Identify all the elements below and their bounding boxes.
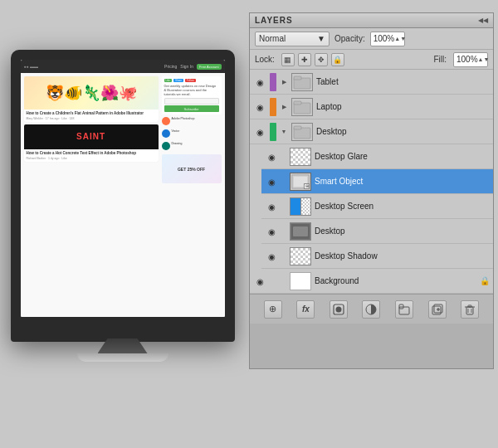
layer-effects-icon[interactable]: fx (296, 300, 315, 319)
lock-image-btn[interactable]: ✚ (298, 53, 311, 66)
sidebar-item-photoshop: Adobe Photoshop (162, 117, 222, 125)
site-navbar: ●● ▬▬ Pricing Sign In Free Account (21, 60, 225, 73)
eye-desktop-shadow[interactable] (265, 250, 278, 263)
svg-rect-5 (294, 126, 301, 129)
monitor-screen: ●● ▬▬ Pricing Sign In Free Account 🐯🐠🦎🌺🐙 (21, 60, 225, 317)
adjustments-icon[interactable] (362, 300, 380, 319)
blend-mode-select[interactable]: Normal ▼ (255, 32, 330, 46)
layer-laptop[interactable]: Laptop (250, 95, 493, 119)
panel-title: LAYERS (255, 16, 293, 25)
site-main: 🐯🐠🦎🌺🐙 How to Create a Children's Flat An… (24, 76, 159, 314)
name-wrap-desktop-glare: Desktop Glare (315, 152, 490, 161)
thumb-desktop-glare (290, 148, 311, 166)
article-image-1: 🐯🐠🦎🌺🐙 (24, 76, 159, 110)
layer-desktop-group[interactable]: Desktop (250, 119, 493, 144)
article-text-saint: How to Create a Hot Concrete Text Effect… (24, 149, 159, 162)
eye-background[interactable] (253, 275, 266, 288)
nav-free-btn[interactable]: Free Account (197, 64, 222, 70)
eye-smart-object[interactable] (265, 175, 278, 188)
arrow-tablet[interactable] (280, 75, 288, 89)
thumb-desktop-shadow (290, 247, 311, 265)
new-layer-icon[interactable] (428, 300, 447, 319)
layer-background[interactable]: Background 🔒 (250, 269, 493, 294)
add-mask-icon[interactable] (330, 300, 348, 319)
panel-titlebar: LAYERS ◀◀ (250, 13, 493, 28)
nav-pricing: Pricing (164, 64, 177, 69)
monitor-base (77, 353, 168, 362)
blend-mode-arrow: ▼ (317, 34, 325, 43)
name-wrap-smart-object: Smart Object (315, 177, 490, 186)
layers-list: Tablet Laptop (250, 70, 493, 294)
screen-content: ●● ▬▬ Pricing Sign In Free Account 🐯🐠🦎🌺🐙 (21, 60, 225, 317)
layer-name-background: Background (315, 276, 476, 285)
layers-panel: LAYERS ◀◀ Normal ▼ Opacity: 100% ▲▼ Lock… (249, 12, 494, 369)
svg-point-12 (335, 306, 341, 312)
avatar-photoshop (162, 117, 170, 125)
sidebar-ad: GET 25% OFF (162, 154, 222, 183)
name-wrap-desktop-group: Desktop (316, 127, 490, 136)
svg-rect-3 (294, 101, 301, 105)
arrow-laptop[interactable] (280, 100, 288, 114)
color-desktop-group (270, 123, 276, 141)
opacity-input[interactable]: 100% ▲▼ (370, 32, 405, 46)
eye-laptop[interactable] (253, 100, 266, 114)
eye-desktop-glare[interactable] (265, 150, 278, 163)
monitor-area: ●● ▬▬ Pricing Sign In Free Account 🐯🐠🦎🌺🐙 (0, 0, 245, 448)
svg-rect-22 (468, 305, 471, 307)
saint-image: SAINT (24, 124, 159, 149)
panel-bottom-toolbar: ⊕ fx (250, 294, 493, 324)
eye-desktop-group[interactable] (253, 125, 266, 139)
thumb-smart-object: ⊞ (290, 173, 311, 191)
article-meta-1: Mary Winkler · 17 hrs ago · Like · 148 (27, 117, 156, 120)
svg-rect-10 (293, 226, 308, 236)
article-card-1: 🐯🐠🦎🌺🐙 How to Create a Children's Flat An… (24, 76, 159, 122)
blend-mode-row: Normal ▼ Opacity: 100% ▲▼ (250, 28, 493, 50)
opacity-label: Opacity: (334, 34, 365, 43)
badge-follow: Follow (185, 79, 196, 82)
name-wrap-laptop: Laptop (316, 102, 490, 111)
sidebar-subscribe-btn[interactable]: Subscribe (164, 105, 219, 112)
thumb-desktop-layer (290, 222, 311, 241)
layer-name-desktop-screen: Desktop Screen (315, 202, 490, 211)
group-layers-icon[interactable] (395, 300, 413, 319)
eye-tablet[interactable] (253, 75, 266, 89)
blend-mode-value: Normal (259, 34, 286, 43)
sidebar-badges: Like Share Follow (164, 79, 219, 82)
thumb-desktop-group (291, 123, 313, 141)
article-text-1: How to Create a Children's Flat Animal P… (24, 110, 159, 122)
thumb-screen-right (301, 198, 310, 215)
layer-tablet[interactable]: Tablet (250, 70, 493, 95)
lock-position-btn[interactable]: ✥ (315, 53, 328, 66)
thumb-tablet (291, 73, 313, 91)
arrow-desktop-group[interactable] (280, 125, 288, 139)
lock-pixels-btn[interactable]: ▦ (281, 53, 295, 66)
name-wrap-background: Background (315, 276, 476, 285)
badge-share: Share (173, 79, 183, 82)
layer-desktop-screen[interactable]: Desktop Screen (261, 194, 493, 219)
avatar-drawing (162, 142, 170, 150)
lock-row: Lock: ▦ ✚ ✥ 🔒 Fill: 100% ▲▼ (250, 50, 493, 70)
eye-desktop-layer[interactable] (265, 225, 278, 238)
eye-desktop-screen[interactable] (265, 200, 278, 213)
sidebar-email-input[interactable] (164, 98, 219, 105)
background-lock-icon: 🔒 (480, 276, 490, 285)
lock-all-btn[interactable]: 🔒 (331, 53, 344, 66)
thumb-desktop-screen (290, 197, 311, 216)
layer-smart-object[interactable]: ⊞ Smart Object (261, 169, 493, 194)
panel-collapse-btn[interactable]: ◀◀ (478, 17, 488, 24)
thumb-laptop (291, 98, 313, 116)
layer-name-desktop-shadow: Desktop Shadow (315, 251, 490, 261)
fill-input[interactable]: 100% ▲▼ (453, 52, 488, 67)
layer-desktop-shadow[interactable]: Desktop Shadow (261, 244, 493, 269)
name-wrap-desktop-screen: Desktop Screen (315, 202, 490, 211)
layer-name-laptop: Laptop (316, 102, 490, 111)
link-layers-icon[interactable]: ⊕ (264, 300, 282, 319)
thumb-screen-left (290, 198, 300, 215)
layer-name-desktop-glare: Desktop Glare (315, 152, 490, 161)
layer-desktop-glare[interactable]: Desktop Glare (261, 144, 493, 169)
delete-layer-icon[interactable] (461, 300, 479, 319)
color-laptop (270, 98, 276, 116)
nav-logo: ●● ▬▬ (24, 64, 38, 69)
layer-desktop-layer[interactable]: Desktop (261, 219, 493, 244)
fill-label: Fill: (433, 55, 447, 64)
